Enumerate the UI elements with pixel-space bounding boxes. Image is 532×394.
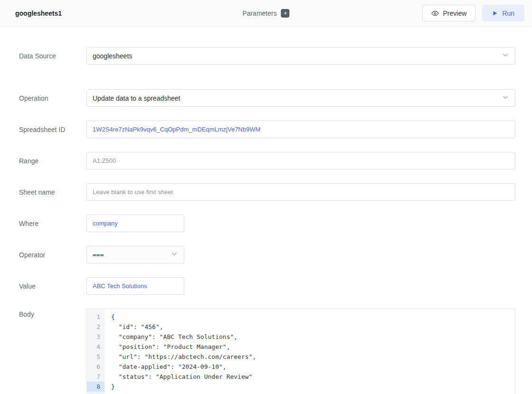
chevron-down-icon	[171, 250, 178, 259]
value-label: Value	[19, 282, 86, 290]
field-row-where: Where	[19, 215, 515, 232]
sheet-name-label: Sheet name	[19, 188, 86, 196]
line-number: 2	[87, 322, 104, 332]
line-number-gutter: 1 2 3 4 5 6 7 8	[87, 309, 104, 394]
range-label: Range	[19, 157, 86, 165]
code-line: "company": "ABC Tech Solutions",	[111, 332, 515, 342]
header: googlesheets1 Parameters + Preview Run	[0, 0, 532, 27]
field-row-operation: Operation Update data to a spreadsheet	[19, 89, 515, 107]
range-input[interactable]	[86, 152, 515, 169]
preview-button-label: Preview	[443, 9, 467, 17]
code-line: }	[111, 382, 515, 392]
field-row-range: Range	[19, 152, 515, 169]
parameters-label: Parameters	[242, 9, 276, 17]
line-number: 6	[87, 362, 104, 372]
data-source-label: Data Source	[19, 52, 86, 60]
sheet-name-input[interactable]	[86, 183, 515, 201]
header-actions: Preview Run	[422, 5, 524, 21]
code-line: "status": "Application Under Review"	[111, 372, 515, 382]
where-input[interactable]	[86, 215, 184, 232]
line-number: 5	[87, 352, 104, 362]
chevron-down-icon	[502, 94, 509, 103]
operator-value: ===	[93, 251, 104, 258]
operator-label: Operator	[19, 251, 86, 259]
query-title: googlesheets1	[15, 9, 62, 17]
operator-select[interactable]: ===	[86, 246, 184, 263]
spreadsheet-id-label: Spreadsheet ID	[19, 126, 86, 133]
field-row-sheet-name: Sheet name	[19, 183, 515, 201]
chevron-down-icon	[502, 51, 509, 60]
code-line: "date-applied": "2024-09-10",	[111, 362, 515, 372]
run-button-label: Run	[502, 9, 514, 17]
field-row-body: Body 1 2 3 4 5 6 7 8 { "id": "456", "com…	[19, 309, 515, 394]
operation-label: Operation	[19, 94, 86, 102]
query-editor-panel: googlesheets1 Parameters + Preview Run D…	[0, 0, 532, 394]
field-row-operator: Operator ===	[19, 246, 515, 263]
line-number: 4	[87, 342, 104, 352]
line-number: 7	[87, 372, 104, 382]
add-parameter-button[interactable]: +	[281, 9, 290, 18]
run-button[interactable]: Run	[482, 5, 524, 21]
operation-select[interactable]: Update data to a spreadsheet	[86, 89, 515, 107]
code-line: "url": "https://abctech.com/careers",	[111, 352, 515, 362]
line-number: 1	[87, 312, 104, 322]
data-source-value: googlesheets	[93, 52, 132, 60]
line-number: 3	[87, 332, 104, 342]
value-input[interactable]	[86, 277, 184, 295]
operation-value: Update data to a spreadsheet	[93, 94, 180, 102]
field-row-value: Value	[19, 277, 515, 295]
play-icon	[492, 10, 498, 16]
line-number: 8	[87, 382, 104, 392]
spreadsheet-id-input[interactable]	[86, 121, 515, 138]
field-row-data-source: Data Source googlesheets	[19, 47, 515, 65]
where-label: Where	[19, 220, 86, 227]
preview-button[interactable]: Preview	[422, 5, 476, 21]
body-label: Body	[19, 309, 86, 318]
code-area[interactable]: { "id": "456", "company": "ABC Tech Solu…	[104, 309, 515, 394]
code-line: {	[111, 312, 515, 322]
parameters-section: Parameters +	[242, 9, 289, 18]
field-row-spreadsheet-id: Spreadsheet ID	[19, 121, 515, 138]
eye-icon	[431, 9, 439, 17]
query-form: Data Source googlesheets Operation Updat…	[0, 27, 532, 394]
code-line: "position": "Product Manager",	[111, 342, 515, 352]
body-code-editor[interactable]: 1 2 3 4 5 6 7 8 { "id": "456", "company"…	[86, 309, 515, 394]
data-source-select[interactable]: googlesheets	[86, 47, 515, 65]
code-line: "id": "456",	[111, 322, 515, 332]
